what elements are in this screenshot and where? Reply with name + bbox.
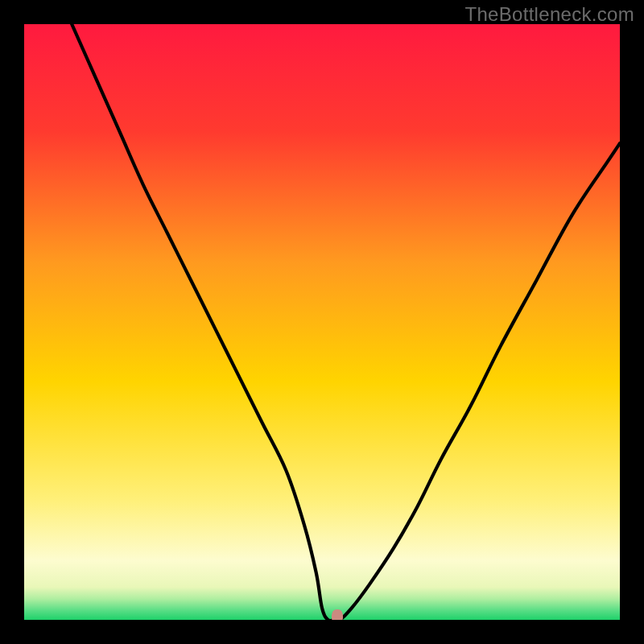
plot-area (24, 24, 620, 620)
watermark-text: TheBottleneck.com (464, 3, 634, 26)
bottleneck-curve (24, 24, 620, 620)
optimal-point-marker (332, 609, 343, 620)
outer-frame: TheBottleneck.com (0, 0, 644, 644)
